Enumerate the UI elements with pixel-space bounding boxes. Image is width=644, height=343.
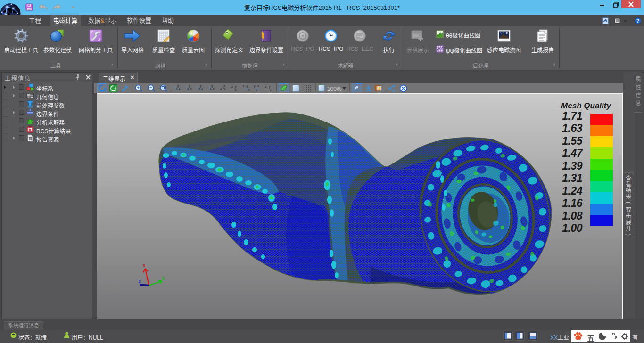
svg-text:z: z: [201, 87, 203, 90]
svg-text:y: y: [269, 85, 271, 89]
svg-text:结: 结: [626, 187, 631, 194]
svg-text:查: 查: [626, 175, 631, 181]
svg-text:y: y: [254, 84, 256, 88]
svg-text:x: x: [248, 88, 250, 91]
svg-text:z: z: [256, 89, 258, 92]
svg-text:x: x: [190, 87, 192, 90]
svg-text:z: z: [243, 84, 245, 88]
svg-text:y: y: [223, 87, 225, 90]
svg-text:属: 属: [636, 76, 641, 82]
svg-text:息: 息: [636, 100, 641, 106]
svg-text:(: (: [625, 202, 632, 204]
svg-text:x: x: [257, 84, 259, 88]
svg-text:z: z: [210, 87, 212, 90]
svg-text:y: y: [162, 275, 165, 280]
svg-text:看: 看: [626, 181, 631, 188]
svg-text:y: y: [246, 84, 248, 88]
svg-text:z: z: [139, 279, 141, 284]
svg-text:y: y: [177, 84, 179, 88]
svg-text:性: 性: [636, 84, 641, 90]
svg-text:双: 双: [626, 207, 631, 213]
svg-text:x: x: [270, 89, 272, 92]
svg-text:果: 果: [626, 193, 631, 200]
svg-text:x: x: [223, 84, 225, 87]
svg-text:z: z: [220, 87, 222, 90]
svg-text:开: 开: [626, 225, 631, 232]
svg-text:z: z: [179, 87, 181, 90]
svg-text:x: x: [176, 87, 178, 90]
svg-text:展: 展: [626, 219, 631, 226]
svg-text:x: x: [235, 88, 237, 91]
svg-text:z: z: [231, 85, 233, 88]
svg-text:x: x: [143, 263, 145, 268]
svg-text:y: y: [189, 84, 190, 88]
svg-text:y: y: [200, 84, 202, 88]
svg-text:x: x: [213, 87, 215, 90]
svg-text:?: ?: [636, 18, 639, 24]
svg-text:x: x: [198, 87, 200, 90]
svg-text:击: 击: [626, 213, 631, 220]
svg-text:): ): [625, 234, 632, 236]
svg-text:信: 信: [636, 92, 641, 98]
svg-text:z: z: [187, 87, 189, 90]
svg-text:y: y: [211, 84, 213, 88]
svg-text:z: z: [265, 85, 267, 88]
